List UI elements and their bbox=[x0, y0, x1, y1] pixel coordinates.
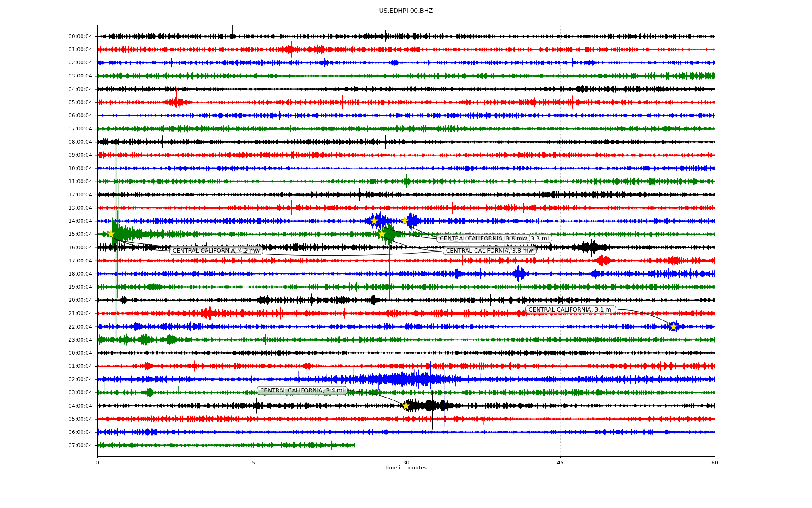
trace-time-label: 00:00:04 bbox=[0, 350, 92, 356]
trace-time-label: 06:00:04 bbox=[0, 429, 92, 436]
seismogram-canvas bbox=[0, 0, 812, 508]
trace-time-label: 10:00:04 bbox=[0, 165, 92, 172]
trace-time-label: 00:00:04 bbox=[0, 33, 92, 40]
trace-time-label: 14:00:04 bbox=[0, 218, 92, 224]
trace-time-label: 19:00:04 bbox=[0, 284, 92, 290]
trace-time-label: 07:00:04 bbox=[0, 442, 92, 449]
trace-time-label: 21:00:04 bbox=[0, 310, 92, 317]
trace-time-label: 02:00:04 bbox=[0, 59, 92, 66]
event-star-icon: ★ bbox=[370, 215, 379, 226]
event-annotation-label: CENTRAL CALIFORNIA, 3.1 ml bbox=[525, 305, 616, 314]
x-tick-label: 15 bbox=[239, 459, 264, 466]
x-tick-label: 30 bbox=[393, 459, 419, 466]
event-star-icon: ★ bbox=[106, 229, 115, 239]
event-annotation-label: CENTRAL CALIFORNIA, 3.8 mw bbox=[436, 234, 530, 243]
x-tick-label: 45 bbox=[548, 459, 573, 466]
trace-time-label: 16:00:04 bbox=[0, 244, 92, 251]
trace-time-label: 03:00:04 bbox=[0, 72, 92, 79]
event-annotation-label: CENTRAL CALIFORNIA, 3.4 ml bbox=[257, 386, 348, 395]
trace-time-label: 03:00:04 bbox=[0, 389, 92, 396]
event-annotation-label: CENTRAL CALIFORNIA, 3.8 mw bbox=[443, 246, 537, 255]
trace-time-label: 05:00:04 bbox=[0, 416, 92, 422]
trace-time-label: 20:00:04 bbox=[0, 297, 92, 304]
event-star-icon: ★ bbox=[400, 215, 409, 226]
trace-time-label: 01:00:04 bbox=[0, 363, 92, 370]
trace-time-label: 08:00:04 bbox=[0, 138, 92, 145]
trace-time-label: 01:00:04 bbox=[0, 46, 92, 53]
event-star-icon: ★ bbox=[669, 321, 678, 332]
trace-time-label: 04:00:04 bbox=[0, 403, 92, 409]
event-star-icon: ★ bbox=[401, 400, 411, 411]
trace-time-label: 04:00:04 bbox=[0, 86, 92, 93]
trace-time-label: 17:00:04 bbox=[0, 257, 92, 264]
event-annotation-label: CENTRAL CALIFORNIA, 4.2 mw bbox=[169, 246, 263, 255]
plot-title: US.EDHPI.00.BHZ bbox=[97, 7, 715, 14]
trace-time-label: 02:00:04 bbox=[0, 376, 92, 383]
trace-time-label: 12:00:04 bbox=[0, 191, 92, 198]
trace-time-label: 22:00:04 bbox=[0, 323, 92, 330]
trace-time-label: 15:00:04 bbox=[0, 231, 92, 237]
trace-time-label: 05:00:04 bbox=[0, 99, 92, 106]
trace-time-label: 09:00:04 bbox=[0, 152, 92, 158]
x-tick-label: 60 bbox=[702, 459, 727, 466]
event-star-icon: ★ bbox=[377, 229, 387, 239]
trace-time-label: 13:00:04 bbox=[0, 204, 92, 211]
trace-time-label: 23:00:04 bbox=[0, 337, 92, 343]
trace-time-label: 11:00:04 bbox=[0, 178, 92, 185]
x-tick-label: 0 bbox=[85, 459, 110, 466]
trace-time-label: 06:00:04 bbox=[0, 112, 92, 119]
trace-time-label: 07:00:04 bbox=[0, 125, 92, 132]
trace-time-label: 18:00:04 bbox=[0, 271, 92, 277]
